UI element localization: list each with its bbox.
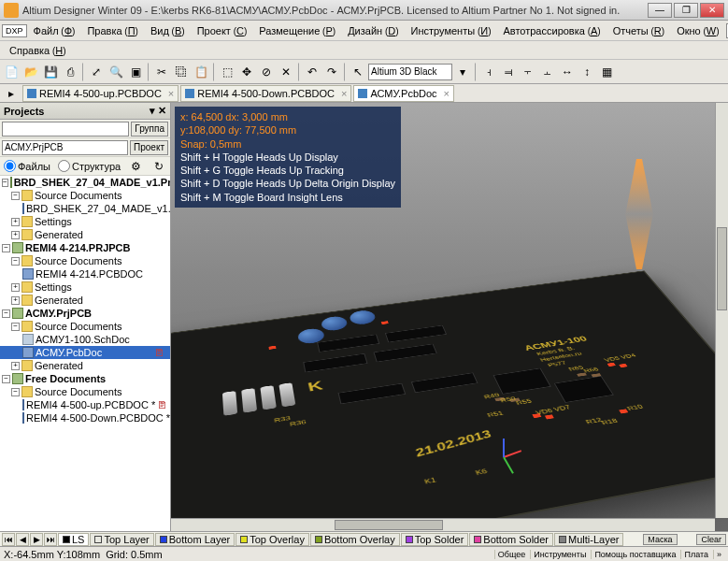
layer-ls[interactable]: LS	[58, 533, 89, 546]
tb-clear[interactable]: ✕	[277, 63, 295, 81]
menu-help[interactable]: Справка (H)	[4, 43, 72, 58]
tb-save[interactable]: 💾	[41, 63, 60, 81]
tree-free-d2[interactable]: REMI4 4-500-Down.PCBDOC *🖹	[0, 411, 170, 424]
tree-src-1[interactable]: −Source Documents	[0, 189, 170, 202]
toolbar: 📄 📂 💾 ⎙ ⤢ 🔍 ▣ ✂ ⿻ 📋 ⬚ ✥ ⊘ ✕ ↶ ↷ ↖ Altium…	[0, 60, 728, 84]
tb-move[interactable]: ✥	[237, 63, 256, 81]
tb-select[interactable]: ⬚	[218, 63, 236, 81]
menu-reports[interactable]: Отчеты (R)	[607, 23, 670, 38]
vertical-scrollbar[interactable]	[715, 103, 728, 518]
tree-free-src[interactable]: −Source Documents	[0, 385, 170, 398]
tree-pcb-3-selected[interactable]: АСМУ.PcbDoc🖹	[0, 346, 170, 359]
status-tab-common[interactable]: Общее	[494, 550, 528, 559]
tree-free[interactable]: −Free Documents	[0, 372, 170, 385]
tb-zoom-area[interactable]: 🔍	[107, 63, 125, 81]
status-tab-tools[interactable]: Инструменты	[530, 550, 589, 559]
project-button[interactable]: Проект	[130, 140, 168, 155]
layer-top-solder[interactable]: Top Solder	[401, 533, 469, 546]
tb-align-l[interactable]: ⫞	[479, 63, 498, 81]
menu-design[interactable]: Дизайн (D)	[342, 23, 404, 38]
status-menu-icon[interactable]: »	[713, 550, 724, 559]
tree-gen-3[interactable]: +Generated	[0, 359, 170, 372]
tree-doc-1[interactable]: BRD_SHEK_27_04_MADE_v1.PCBDOC	[0, 202, 170, 215]
tb-new[interactable]: 📄	[2, 63, 21, 81]
doc-tab-0[interactable]: REMI4 4-500-up.PCBDOC×	[22, 85, 178, 102]
maximize-button[interactable]: ❐	[674, 3, 698, 18]
close-button[interactable]: ✕	[700, 3, 724, 18]
panel-toggle[interactable]: ▸	[2, 84, 21, 103]
tb-align-b[interactable]: ⫠	[538, 63, 557, 81]
menu-file[interactable]: Файл (Ф)	[28, 23, 81, 38]
tree-free-d1[interactable]: REMI4 4-500-up.PCBDOC *🖹	[0, 398, 170, 411]
status-tab-vendor[interactable]: Помощь поставщика	[591, 550, 678, 559]
layer-top[interactable]: Top Layer	[90, 533, 153, 546]
menu-tools[interactable]: Инструменты (И)	[406, 23, 497, 38]
tb-paste[interactable]: 📋	[192, 63, 210, 81]
menu-edit[interactable]: Правка (П)	[81, 23, 144, 38]
project-input[interactable]	[2, 140, 128, 155]
layer-nav-first[interactable]: ⏮	[2, 533, 15, 546]
tree-refresh-icon[interactable]: ↻	[151, 157, 166, 176]
close-icon[interactable]: ×	[444, 88, 450, 99]
tb-dist-v[interactable]: ↕	[578, 63, 596, 81]
tb-grid[interactable]: ▦	[597, 63, 616, 81]
close-icon[interactable]: ×	[341, 88, 347, 99]
tree-gen-1[interactable]: +Generated	[0, 228, 170, 241]
tb-view-dropdown[interactable]: ▾	[453, 63, 472, 81]
tb-align-r[interactable]: ⫤	[499, 63, 518, 81]
view-config-select[interactable]: Altium 3D Black	[368, 64, 452, 80]
tree-gen-2[interactable]: +Generated	[0, 294, 170, 307]
status-tab-board[interactable]: Плата	[680, 550, 711, 559]
tree-doc-2[interactable]: REMI4 4-214.PCBDOC	[0, 267, 170, 280]
menu-place[interactable]: Размещение (Р)	[253, 23, 341, 38]
layer-bottom[interactable]: Bottom Layer	[155, 533, 235, 546]
pcb-3d-view[interactable]: x: 64,500 dx: 3,000 mm y:108,000 dy: 77,…	[171, 103, 728, 531]
menu-project[interactable]: Проект (C)	[192, 23, 253, 38]
workspace-input[interactable]	[2, 122, 129, 137]
layer-nav-prev[interactable]: ◀	[16, 533, 29, 546]
menu-view[interactable]: Вид (В)	[145, 23, 191, 38]
layer-top-overlay[interactable]: Top Overlay	[236, 533, 309, 546]
minimize-button[interactable]: —	[648, 3, 672, 18]
layer-nav-next[interactable]: ▶	[30, 533, 43, 546]
tree-project-2[interactable]: −REMI4 4-214.PRJPCB	[0, 241, 170, 254]
doc-tab-2[interactable]: АСМУ.PcbDoc×	[353, 85, 454, 102]
layer-nav-last[interactable]: ⏭	[44, 533, 57, 546]
project-tree[interactable]: −BRD_SHEK_27_04_MADE_v1.PrjPCE −Source D…	[0, 176, 170, 531]
tb-cursor[interactable]: ↖	[349, 63, 367, 81]
tb-zoom-fit[interactable]: ⤢	[87, 63, 106, 81]
radio-structure[interactable]: Структура	[58, 160, 121, 172]
tb-dist-h[interactable]: ↔	[558, 63, 577, 81]
close-icon[interactable]: ×	[168, 88, 174, 99]
doc-tab-1[interactable]: REMI4 4-500-Down.PCBDOC×	[180, 85, 351, 102]
tree-set-1[interactable]: +Settings	[0, 215, 170, 228]
tb-undo[interactable]: ↶	[303, 63, 321, 81]
tree-sch-3[interactable]: АСМУ1-100.SchDoc	[0, 333, 170, 346]
layer-bottom-overlay[interactable]: Bottom Overlay	[310, 533, 400, 546]
menu-window[interactable]: Окно (W)	[671, 23, 724, 38]
tb-zoom-sel[interactable]: ▣	[126, 63, 145, 81]
menu-dxp[interactable]: DXP	[2, 24, 27, 37]
tb-cut[interactable]: ✂	[152, 63, 171, 81]
tree-options-icon[interactable]: ⚙	[128, 157, 143, 176]
layer-multi[interactable]: Multi-Layer	[554, 533, 623, 546]
tree-src-3[interactable]: −Source Documents	[0, 320, 170, 333]
tree-set-2[interactable]: +Settings	[0, 280, 170, 294]
tree-project-3[interactable]: −АСМУ.PrjPCB	[0, 307, 170, 320]
tb-copy[interactable]: ⿻	[172, 63, 191, 81]
tb-align-t[interactable]: ⫟	[519, 63, 537, 81]
radio-files[interactable]: Файлы	[4, 160, 50, 172]
tree-src-2[interactable]: −Source Documents	[0, 254, 170, 267]
menu-autoroute[interactable]: Автотрассировка (A)	[497, 23, 606, 38]
layer-bottom-solder[interactable]: Bottom Solder	[469, 533, 553, 546]
tree-project-1[interactable]: −BRD_SHEK_27_04_MADE_v1.PrjPCE	[0, 176, 170, 189]
tb-deselect[interactable]: ⊘	[257, 63, 276, 81]
workspace-button[interactable]: Группа	[131, 122, 168, 137]
clear-button[interactable]: Clear	[696, 534, 726, 545]
tb-open[interactable]: 📂	[21, 63, 40, 81]
horizontal-scrollbar[interactable]	[171, 518, 715, 531]
tb-redo[interactable]: ↷	[322, 63, 341, 81]
mask-button[interactable]: Маска	[643, 534, 677, 545]
panel-menu-icon[interactable]: ▾ ✕	[150, 105, 166, 117]
tb-print[interactable]: ⎙	[61, 63, 79, 81]
